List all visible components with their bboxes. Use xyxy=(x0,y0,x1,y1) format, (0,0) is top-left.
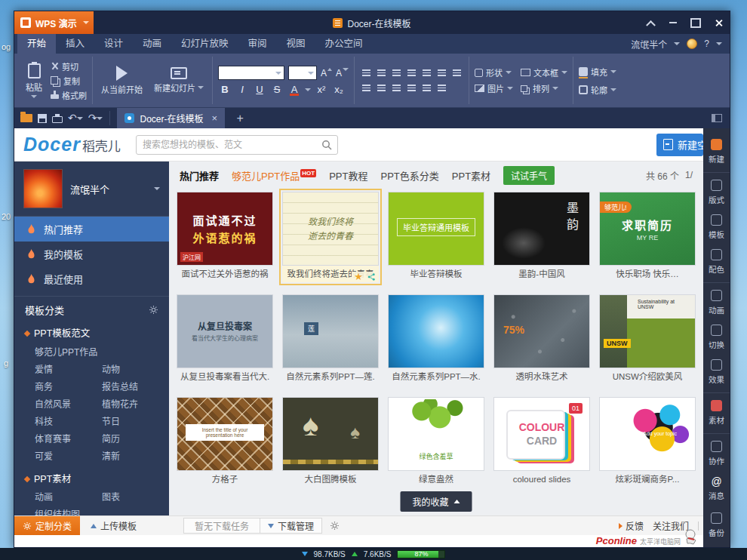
menu-tab[interactable]: 办公空间 xyxy=(315,34,373,54)
category-item[interactable]: 爱情 xyxy=(35,362,102,379)
gallery-tab[interactable]: PPT色系分类 xyxy=(381,168,439,183)
template-thumbnail[interactable]: 致我们终将 逝去的青春 xyxy=(282,192,379,266)
template-thumbnail[interactable]: 求职简历 MY RE 够范儿! xyxy=(599,192,696,266)
category-item[interactable]: 体育赛事 xyxy=(35,431,102,448)
category-item[interactable]: 组织结构图 xyxy=(35,506,102,515)
template-thumbnail[interactable]: 从复旦投毒案 看当代大学生的心理病案 xyxy=(177,294,273,368)
avatar[interactable] xyxy=(23,169,63,208)
rail-item[interactable]: 模板 xyxy=(703,210,730,245)
template-card[interactable]: COLOUR CARD 01 coloured slides ★ xyxy=(493,397,590,488)
page-indicator[interactable]: 1/ xyxy=(685,170,693,180)
download-manager-button[interactable]: 下载管理 xyxy=(260,518,321,533)
subscript-button[interactable]: x₂ xyxy=(332,84,346,95)
category-item[interactable]: 植物花卉 xyxy=(102,396,169,414)
gallery-tab[interactable]: PPT教程 xyxy=(329,168,367,183)
share-icon[interactable] xyxy=(367,272,376,282)
font-color-button[interactable]: A xyxy=(287,84,301,95)
distribute-icon[interactable] xyxy=(420,82,433,94)
category-item[interactable]: 科技 xyxy=(35,414,102,431)
help-button[interactable]: ? xyxy=(704,38,709,49)
gallery-tab[interactable]: 够范儿PPT作品HOT xyxy=(232,168,316,183)
arrange-button[interactable]: 排列 xyxy=(521,82,567,94)
template-thumbnail[interactable]: 毕业答辩通用模板 xyxy=(388,192,484,266)
align-left-icon[interactable] xyxy=(360,82,373,94)
settings-gear-button[interactable] xyxy=(330,521,340,531)
search-icon[interactable] xyxy=(321,140,332,150)
rail-item[interactable]: 版式 xyxy=(703,175,730,210)
category-item[interactable]: 简历 xyxy=(102,431,169,448)
columns-icon[interactable] xyxy=(450,67,463,78)
gallery-tab[interactable]: PPT素材 xyxy=(452,168,490,183)
category-item[interactable]: 商务 xyxy=(35,379,102,396)
template-card[interactable]: Insert the title of your presentation he… xyxy=(177,397,273,488)
new-slide-button[interactable]: 新建幻灯片 xyxy=(151,66,207,95)
indent-decrease-icon[interactable] xyxy=(390,67,403,78)
justify-icon[interactable] xyxy=(405,82,418,94)
menu-tab[interactable]: 视图 xyxy=(277,34,315,54)
picture-button[interactable]: 图片 xyxy=(475,82,513,94)
save-button[interactable] xyxy=(38,108,47,128)
template-card[interactable]: 从复旦投毒案 看当代大学生的心理病案 从复旦投毒案看当代大. ★ xyxy=(177,294,273,385)
coin-icon[interactable] xyxy=(687,38,697,49)
rail-item[interactable]: 动画 xyxy=(703,285,730,320)
template-card[interactable]: 毕业答辩通用模板 毕业答辩模板 ★ xyxy=(388,192,484,282)
bold-button[interactable]: B xyxy=(218,84,232,95)
new-blank-document-button[interactable]: 新建空 xyxy=(656,134,703,156)
close-tab-icon[interactable]: × xyxy=(211,112,217,124)
template-card[interactable]: 自然元素系列PPT—水. ★ xyxy=(388,294,484,385)
undo-button[interactable]: ↶ xyxy=(68,108,83,128)
rail-item[interactable]: @ 消息 xyxy=(703,471,730,506)
rail-item[interactable]: 新建 xyxy=(703,134,730,173)
indent-increase-icon[interactable] xyxy=(405,67,418,78)
superscript-button[interactable]: x² xyxy=(315,84,328,95)
rail-item[interactable]: 效果 xyxy=(703,355,730,393)
category-item[interactable] xyxy=(102,506,169,515)
template-thumbnail[interactable] xyxy=(388,294,484,368)
template-thumbnail[interactable]: ♠ ♠ xyxy=(282,397,379,471)
close-button[interactable] xyxy=(707,11,730,34)
view-switch-icon[interactable] xyxy=(712,114,722,122)
template-card[interactable]: 莲 自然元素系列PPT—莲. ★ xyxy=(282,294,379,385)
template-card[interactable]: Sustainability at UNSW UNSW UNSW介绍欧美风 ★ xyxy=(599,294,696,385)
feedback-button[interactable]: 反馈 xyxy=(619,519,644,532)
underline-button[interactable]: U xyxy=(253,84,266,95)
template-card[interactable]: 求职简历 MY RE 够范儿! 快乐职场 快乐… ★ xyxy=(599,192,696,282)
group-title[interactable]: PPT模板范文 xyxy=(25,324,169,343)
bullets-icon[interactable] xyxy=(375,67,388,78)
print-button[interactable] xyxy=(52,108,63,128)
align-center-icon[interactable] xyxy=(375,82,388,94)
search-input[interactable] xyxy=(137,140,321,150)
italic-button[interactable]: I xyxy=(235,84,249,95)
format-painter-button[interactable]: 格式刷 xyxy=(51,89,87,101)
user-dropdown[interactable]: 流氓半个 xyxy=(631,38,667,51)
shapes-button[interactable]: 形状 xyxy=(475,66,513,78)
category-item[interactable]: 节日 xyxy=(102,414,169,431)
new-tab-button[interactable]: + xyxy=(230,108,250,128)
gallery-tab[interactable]: 热门推荐 xyxy=(180,168,219,183)
copy-button[interactable]: 复制 xyxy=(51,75,87,87)
menu-tab[interactable]: 审阅 xyxy=(238,34,277,54)
font-size-select[interactable] xyxy=(288,66,317,80)
category-item[interactable]: 够范儿PPT作品 xyxy=(25,343,169,362)
sidebar-nav-item[interactable]: 我的模板 xyxy=(14,242,169,266)
template-search-box[interactable] xyxy=(136,135,338,155)
numbering-icon[interactable] xyxy=(360,67,373,78)
template-thumbnail[interactable]: 墨韵 xyxy=(493,192,590,266)
decrease-font-button[interactable]: A xyxy=(336,68,349,78)
text-direction-icon[interactable] xyxy=(435,67,448,78)
rail-item[interactable]: 配色 xyxy=(703,245,730,283)
template-card[interactable]: 墨韵 墨韵-中国风 ★ xyxy=(493,192,590,282)
template-card[interactable]: 75% 透明水珠艺术 ★ xyxy=(493,294,590,385)
menu-tab[interactable]: 开始 xyxy=(17,34,56,54)
cut-button[interactable]: 剪切 xyxy=(51,60,87,72)
rail-item[interactable]: 切换 xyxy=(703,320,730,355)
upload-template-button[interactable]: 上传模板 xyxy=(80,519,147,532)
template-thumbnail[interactable]: 莲 xyxy=(282,294,379,368)
menu-tab[interactable]: 动画 xyxy=(133,34,171,54)
template-thumbnail[interactable]: Add your topic xyxy=(599,397,696,471)
template-card[interactable]: ♠ ♠ 大白图腾模板 ★ xyxy=(282,397,379,488)
category-item[interactable]: 自然风景 xyxy=(35,396,102,414)
template-card[interactable]: 绿色含羞草 绿意盎然 ★ xyxy=(388,397,484,488)
menu-tab[interactable]: 插入 xyxy=(56,34,94,54)
rail-item[interactable]: 协作 xyxy=(703,436,730,471)
